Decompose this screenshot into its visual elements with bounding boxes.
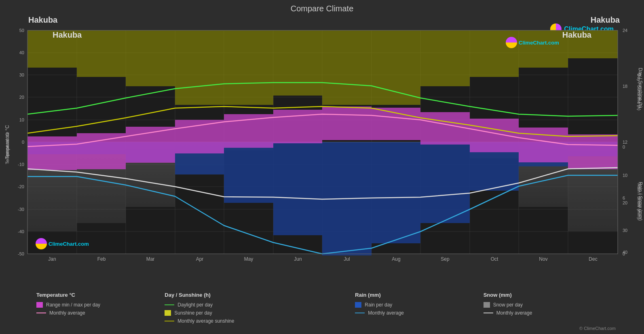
y-right-rain-0: 0 (623, 145, 625, 149)
svg-rect-25 (273, 30, 322, 96)
svg-rect-15 (372, 142, 420, 243)
legend-color-temp-range (36, 302, 43, 308)
svg-rect-42 (519, 128, 568, 162)
y-label-10: 10 (19, 117, 24, 122)
location-left-overlay: Hakuba (53, 30, 82, 40)
legend-line-snow-avg (484, 313, 493, 313)
legend-label-rain-day: Rain per day (365, 302, 392, 308)
svg-rect-26 (322, 30, 372, 105)
legend-title-temp: Temperature °C (36, 292, 160, 298)
legend-label-rain-avg: Monthly average (368, 310, 404, 316)
y-right-12: 12 (623, 140, 627, 145)
legend-line-sunshine-avg (165, 321, 174, 321)
svg-rect-30 (519, 30, 568, 68)
x-label-nov: Nov (539, 256, 547, 262)
legend-section-temp: Temperature °C Range min / max per day M… (36, 292, 160, 324)
legend-item-daylight: Daylight per day (165, 302, 351, 308)
legend-item-snow-avg: Monthly average (484, 310, 608, 316)
legend-item-rain-avg: Monthly average (355, 310, 479, 316)
legend-label-snow-day: Snow per day (493, 302, 523, 308)
svg-rect-43 (568, 134, 618, 169)
legend-item-temp-range: Range min / max per day (36, 302, 160, 308)
svg-rect-28 (420, 30, 470, 86)
climate-chart: 50 40 30 20 10 0 -10 -20 -30 -40 -50 Tem… (0, 27, 644, 278)
legend-title-sunshine: Day / Sunshine (h) (165, 292, 351, 298)
svg-rect-22 (126, 30, 175, 86)
x-label-jun: Jun (294, 256, 302, 262)
legend-color-rain (355, 302, 361, 308)
legend-container: Temperature °C Range min / max per day M… (0, 292, 644, 324)
x-label-oct: Oct (491, 256, 498, 262)
svg-rect-38 (322, 106, 372, 140)
y-label-m20: -20 (18, 184, 24, 189)
legend-label-sunshine-avg: Monthly average sunshine (177, 318, 234, 324)
svg-rect-32 (27, 136, 77, 170)
svg-rect-27 (372, 30, 420, 105)
legend-line-daylight (165, 304, 174, 305)
y-right-18: 18 (623, 84, 627, 89)
svg-rect-13 (273, 142, 322, 235)
svg-rect-21 (77, 30, 126, 77)
legend-color-sunshine (165, 310, 171, 316)
y-right-rain-30: 30 (623, 228, 627, 233)
y-label-m50: -50 (18, 251, 24, 256)
x-label-jul: Jul (344, 256, 350, 262)
legend-label-snow-avg: Monthly average (496, 310, 532, 316)
y-label-50: 50 (19, 28, 24, 33)
y-label-20: 20 (19, 95, 24, 100)
x-label-mar: Mar (146, 256, 155, 262)
svg-rect-24 (224, 30, 273, 105)
legend-label-daylight: Daylight per day (177, 302, 213, 308)
legend-label-temp-range: Range min / max per day (46, 302, 100, 308)
svg-rect-23 (175, 30, 224, 105)
legend-item-sunshine-avg: Monthly average sunshine (165, 318, 351, 324)
legend-item-rain-day: Rain per day (355, 302, 479, 308)
x-label-jan: Jan (48, 256, 56, 262)
legend-label-sunshine-day: Sunshine per day (174, 310, 212, 316)
location-label-left: Hakuba (28, 15, 57, 25)
legend-title-snow: Snow (mm) (484, 292, 608, 298)
legend-line-temp-avg (36, 313, 46, 313)
legend-title-rain: Rain (mm) (355, 292, 479, 298)
svg-rect-12 (224, 142, 273, 203)
y-axis-temp-label: Temperature °C (4, 125, 10, 159)
legend-item-sunshine-day: Sunshine per day (165, 310, 351, 316)
logo-text-inside-chart: ClimeChart.com (49, 241, 89, 247)
y-label-30: 30 (19, 72, 24, 77)
legend-item-snow-day: Snow per day (484, 302, 608, 308)
y-right-rain-10: 10 (623, 173, 627, 178)
legend-row: Temperature °C Range min / max per day M… (0, 292, 644, 324)
y-right-rain-40: 40 (623, 250, 627, 255)
y-axis-sunshine-label: Day / Sunshine (h) (638, 68, 643, 108)
y-label-m10: -10 (18, 162, 24, 167)
y-right-rain-20: 20 (623, 200, 627, 205)
x-label-sep: Sep (441, 256, 450, 262)
location-right-overlay: Hakuba (562, 30, 591, 40)
legend-line-rain-avg (355, 313, 365, 313)
page-title: Compare Climate (0, 0, 644, 15)
legend-item-temp-avg: Monthly average (36, 310, 160, 316)
y-label-0: 0 (22, 140, 24, 145)
y-axis-rain-label: Rain / Snow (mm) (638, 182, 643, 221)
logo-text-inside-chart-tr: ClimeChart.com (519, 40, 559, 46)
y-label-m40: -40 (18, 229, 24, 234)
x-label-dec: Dec (589, 256, 597, 262)
x-label-may: May (244, 256, 253, 262)
copyright-text: © ClimeChart.com (579, 326, 616, 331)
y-label-40: 40 (19, 50, 24, 55)
page-container: Compare Climate Hakuba Hakuba ClimeChart… (0, 0, 644, 334)
y-right-24: 24 (623, 28, 627, 33)
legend-section-snow: Snow (mm) Snow per day Monthly average (484, 292, 608, 324)
y-label-m30: -30 (18, 207, 24, 212)
x-label-feb: Feb (97, 256, 106, 262)
x-label-apr: Apr (196, 256, 204, 262)
legend-label-temp-avg: Monthly average (49, 310, 85, 316)
svg-rect-40 (420, 112, 470, 145)
svg-rect-33 (77, 133, 126, 169)
svg-rect-41 (470, 119, 519, 152)
legend-section-rain: Rain (mm) Rain per day Monthly average (355, 292, 479, 324)
svg-rect-16 (420, 142, 470, 223)
legend-section-sunshine: Day / Sunshine (h) Daylight per day Suns… (165, 292, 351, 324)
y-right-6: 6 (623, 196, 625, 200)
legend-color-snow (484, 302, 490, 308)
